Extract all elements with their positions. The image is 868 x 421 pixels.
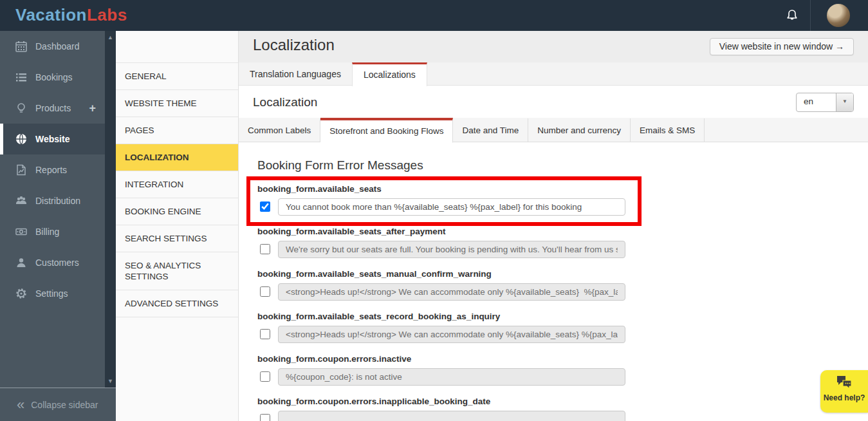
- field-enable-checkbox[interactable]: [260, 414, 270, 421]
- sidebar-item-reports[interactable]: Reports: [0, 154, 105, 185]
- subtab-storefront-and-booking-flows[interactable]: Storefront and Booking Flows: [320, 118, 453, 143]
- sidebar-items: DashboardBookingsProducts+WebsiteReports…: [0, 31, 105, 309]
- chevron-down-icon[interactable]: ▼: [836, 93, 853, 111]
- main-sidebar: DashboardBookingsProducts+WebsiteReports…: [0, 31, 116, 421]
- sidebar-item-label: Billing: [35, 227, 59, 237]
- collapse-sidebar-button[interactable]: «Collapse sidebar: [0, 388, 116, 421]
- bell-icon[interactable]: [784, 8, 800, 23]
- sidebar-item-customers[interactable]: Customers: [0, 247, 105, 278]
- settings-menu-item-localization[interactable]: LOCALIZATION: [116, 144, 238, 171]
- add-product-button[interactable]: +: [89, 93, 96, 124]
- user-avatar[interactable]: [827, 4, 850, 27]
- sidebar-item-distribution[interactable]: Distribution: [0, 185, 105, 216]
- sidebar-scrollbar[interactable]: ▲ ▼: [105, 31, 116, 388]
- main-content: Localization View website in new window …: [239, 31, 868, 421]
- subtab-emails-sms[interactable]: Emails & SMS: [631, 118, 705, 142]
- field-row: [257, 240, 631, 258]
- calendar-icon: [15, 33, 27, 45]
- field-enable-checkbox[interactable]: [260, 286, 270, 297]
- sidebar-item-billing[interactable]: Billing: [0, 216, 105, 247]
- sidebar-item-label: Settings: [35, 288, 68, 299]
- field-value-input[interactable]: [278, 411, 625, 421]
- field-value-input[interactable]: [278, 241, 625, 258]
- field-value-input[interactable]: [278, 283, 625, 301]
- field-value-input[interactable]: [278, 326, 625, 343]
- sidebar-item-label: Website: [35, 134, 69, 144]
- vacationlabs-logo: VacationLabs: [15, 5, 127, 25]
- field-enable-checkbox[interactable]: [260, 371, 270, 382]
- settings-menu-item-advanced-settings[interactable]: ADVANCED SETTINGS: [116, 290, 238, 317]
- double-chevron-left-icon: «: [17, 397, 24, 413]
- field-key-label: booking_form.available_seats_record_book…: [257, 312, 631, 321]
- sidebar-item-label: Distribution: [35, 196, 80, 206]
- localization-field: booking_form.coupon.errors.inactive: [257, 354, 631, 386]
- sidebar-item-label: Products: [35, 103, 71, 113]
- language-select[interactable]: en ▼: [796, 93, 854, 112]
- field-value-input[interactable]: [278, 368, 625, 386]
- subtab-common-labels[interactable]: Common Labels: [239, 118, 320, 142]
- error-message-fields: booking_form.available_seats booking_for…: [257, 176, 656, 421]
- settings-menu-item-website-theme[interactable]: WEBSITE THEME: [116, 90, 238, 117]
- localization-field: booking_form.available_seats: [246, 176, 642, 226]
- subtab-number-and-currency[interactable]: Number and currency: [528, 118, 631, 142]
- sidebar-item-settings[interactable]: Settings: [0, 278, 105, 309]
- settings-menu-item-pages[interactable]: PAGES: [116, 117, 238, 144]
- scroll-down-icon[interactable]: ▼: [105, 378, 116, 384]
- need-help-label: Need help?: [820, 393, 868, 402]
- settings-menu-list: GENERALWEBSITE THEMEPAGESLOCALIZATIONINT…: [116, 62, 238, 317]
- need-help-button[interactable]: Need help?: [820, 370, 868, 413]
- field-row: [257, 283, 631, 301]
- list-icon: [15, 64, 27, 76]
- header-divider: [810, 0, 811, 31]
- sidebar-item-label: Dashboard: [35, 41, 80, 51]
- field-enable-checkbox[interactable]: [260, 244, 270, 254]
- settings-menu-item-general[interactable]: GENERAL: [116, 62, 238, 90]
- top-header: VacationLabs: [0, 0, 868, 31]
- globe-icon: [15, 126, 27, 138]
- localization-tabs: Translation LanguagesLocalizations: [239, 62, 868, 86]
- tab-translation-languages[interactable]: Translation Languages: [239, 63, 352, 86]
- field-key-label: booking_form.coupon.errors.inapplicable_…: [257, 397, 631, 406]
- sidebar-item-website[interactable]: Website: [0, 124, 105, 154]
- tab-localizations[interactable]: Localizations: [352, 62, 427, 86]
- sidebar-item-label: Reports: [35, 165, 67, 175]
- page-title: Localization: [253, 36, 335, 54]
- sidebar-item-bookings[interactable]: Bookings: [0, 62, 105, 93]
- section-heading: Booking Form Error Messages: [257, 158, 868, 173]
- field-row: [257, 410, 631, 421]
- field-enable-checkbox[interactable]: [260, 201, 270, 212]
- page-title-bar: Localization View website in new window …: [239, 31, 868, 62]
- field-row: [257, 368, 631, 386]
- sidebar-item-dashboard[interactable]: Dashboard: [0, 31, 105, 62]
- gear-icon: [15, 281, 27, 292]
- view-website-button[interactable]: View website in new window →: [710, 38, 854, 55]
- settings-menu-item-seo-analytics-settings[interactable]: SEO & ANALYTICS SETTINGS: [116, 252, 238, 290]
- localization-field: booking_form.coupon.errors.inapplicable_…: [257, 397, 631, 421]
- chat-bubbles-icon: [836, 375, 853, 389]
- field-enable-checkbox[interactable]: [260, 329, 270, 339]
- settings-menu-item-integration[interactable]: INTEGRATION: [116, 171, 238, 198]
- settings-menu-item-booking-engine[interactable]: BOOKING ENGINE: [116, 198, 238, 225]
- field-row: [257, 198, 631, 216]
- field-key-label: booking_form.available_seats_manual_conf…: [257, 269, 631, 279]
- localization-field: booking_form.available_seats_record_book…: [257, 312, 631, 343]
- subtab-date-and-time[interactable]: Date and Time: [453, 118, 528, 142]
- settings-menu-item-search-settings[interactable]: SEARCH SETTINGS: [116, 225, 238, 252]
- sidebar-item-label: Customers: [35, 257, 79, 268]
- sidebar-item-products[interactable]: Products+: [0, 93, 105, 124]
- group-icon: [15, 188, 27, 200]
- field-key-label: booking_form.available_seats_after_payme…: [257, 227, 631, 236]
- language-select-value: en: [797, 93, 836, 111]
- logo-part-labs: Labs: [87, 5, 127, 24]
- field-row: [257, 325, 631, 343]
- report-icon: [15, 157, 27, 169]
- panel-header: Localization en ▼: [239, 86, 868, 118]
- field-value-input[interactable]: [278, 198, 625, 216]
- lightbulb-icon: [15, 95, 27, 107]
- person-icon: [15, 250, 27, 261]
- localization-field: booking_form.available_seats_after_payme…: [257, 227, 631, 258]
- sidebar-item-label: Bookings: [35, 72, 73, 82]
- banknote-icon: [15, 219, 27, 230]
- scroll-up-icon[interactable]: ▲: [105, 34, 116, 41]
- field-key-label: booking_form.available_seats: [257, 184, 631, 194]
